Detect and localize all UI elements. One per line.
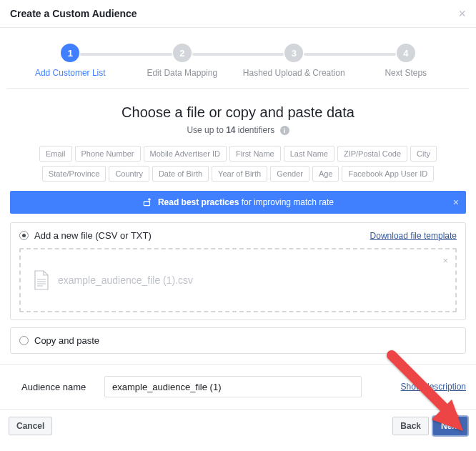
option-add-file[interactable]: Add a new file (CSV or TXT) Download fil… bbox=[10, 222, 466, 320]
step-number: 2 bbox=[173, 44, 192, 62]
identifier-chip[interactable]: First Name bbox=[229, 146, 281, 162]
radio-copy-paste[interactable] bbox=[19, 336, 29, 345]
identifier-chip[interactable]: Date of Birth bbox=[152, 166, 209, 182]
selected-filename: example_audience_file (1).csv bbox=[58, 274, 193, 286]
option-label: Add a new file (CSV or TXT) bbox=[34, 230, 152, 241]
step-number: 3 bbox=[284, 44, 303, 62]
identifier-chip[interactable]: Last Name bbox=[284, 146, 334, 162]
step-label: Hashed Upload & Creation bbox=[238, 68, 350, 78]
step-hashed-upload[interactable]: 3 Hashed Upload & Creation bbox=[238, 44, 350, 78]
radio-add-file[interactable] bbox=[19, 231, 29, 240]
identifier-chip[interactable]: Year of Birth bbox=[212, 166, 267, 182]
page-title: Choose a file or copy and paste data bbox=[10, 104, 466, 121]
step-label: Edit Data Mapping bbox=[127, 68, 239, 78]
close-icon[interactable]: × bbox=[458, 7, 466, 20]
audience-name-row: Audience name Show description bbox=[0, 365, 476, 409]
step-add-customer-list[interactable]: 1 Add Customer List bbox=[14, 44, 127, 78]
identifier-chips: EmailPhone NumberMobile Advertiser IDFir… bbox=[10, 144, 466, 184]
identifier-chip[interactable]: Email bbox=[39, 146, 72, 162]
identifier-chip[interactable]: City bbox=[410, 146, 437, 162]
identifier-chip[interactable]: Mobile Advertiser ID bbox=[144, 146, 227, 162]
best-practices-banner[interactable]: Read best practices for improving match … bbox=[10, 191, 466, 214]
footer: Cancel Back Next bbox=[0, 409, 476, 442]
file-dropzone[interactable]: example_audience_file (1).csv × bbox=[19, 248, 457, 312]
remove-file-icon[interactable]: × bbox=[442, 255, 448, 266]
step-next-steps[interactable]: 4 Next Steps bbox=[350, 44, 462, 78]
next-button[interactable]: Next bbox=[433, 417, 467, 435]
show-description-link[interactable]: Show description bbox=[401, 382, 466, 392]
identifier-chip[interactable]: Phone Number bbox=[75, 146, 141, 162]
identifier-chip[interactable]: Gender bbox=[270, 166, 309, 182]
step-edit-mapping[interactable]: 2 Edit Data Mapping bbox=[127, 44, 239, 78]
identifier-chip[interactable]: State/Province bbox=[42, 166, 106, 182]
cancel-button[interactable]: Cancel bbox=[9, 417, 52, 435]
identifier-chip[interactable]: Country bbox=[109, 166, 149, 182]
step-number: 1 bbox=[61, 44, 79, 62]
banner-close-icon[interactable]: × bbox=[453, 197, 459, 208]
info-icon[interactable]: i bbox=[280, 126, 289, 135]
share-icon bbox=[142, 197, 152, 207]
modal-header: Create a Custom Audience × bbox=[0, 0, 476, 28]
step-number: 4 bbox=[397, 44, 415, 62]
step-label: Next Steps bbox=[350, 68, 462, 78]
option-copy-paste[interactable]: Copy and paste bbox=[10, 327, 466, 354]
identifier-chip[interactable]: ZIP/Postal Code bbox=[337, 146, 407, 162]
identifier-chip[interactable]: Facebook App User ID bbox=[342, 166, 434, 182]
step-label: Add Customer List bbox=[14, 68, 127, 78]
svg-rect-0 bbox=[144, 202, 149, 206]
audience-name-input[interactable] bbox=[104, 376, 362, 397]
file-icon bbox=[34, 270, 49, 290]
content: Choose a file or copy and paste data Use… bbox=[0, 89, 476, 364]
back-button[interactable]: Back bbox=[392, 417, 429, 435]
audience-name-label: Audience name bbox=[21, 382, 104, 392]
download-template-link[interactable]: Download file template bbox=[370, 231, 457, 241]
identifier-chip[interactable]: Age bbox=[312, 166, 339, 182]
stepper: 1 Add Customer List 2 Edit Data Mapping … bbox=[7, 28, 469, 89]
subtitle: Use up to 14 identifiers i bbox=[10, 125, 466, 135]
option-label: Copy and paste bbox=[34, 335, 99, 346]
modal-title: Create a Custom Audience bbox=[10, 8, 137, 19]
